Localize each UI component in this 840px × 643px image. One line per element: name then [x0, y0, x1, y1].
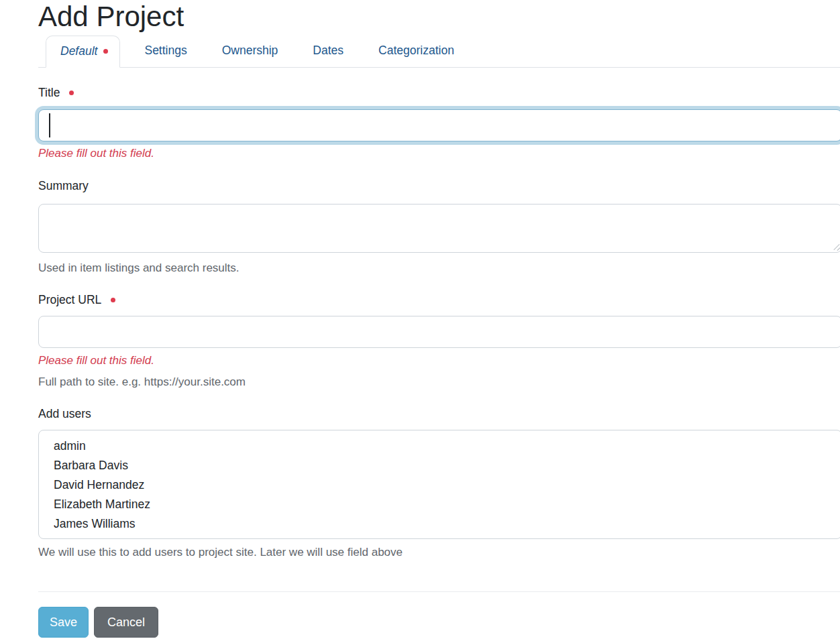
add-users-label: Add users	[38, 407, 91, 421]
project-url-input[interactable]	[38, 316, 840, 348]
cancel-button[interactable]: Cancel	[94, 607, 158, 638]
user-option[interactable]: Barbara Davis	[54, 456, 840, 475]
user-option[interactable]: David Hernandez	[54, 475, 840, 495]
users-label-row: Add users	[38, 407, 840, 421]
form-actions: Save Cancel	[38, 607, 840, 638]
resize-handle-icon[interactable]	[832, 243, 840, 251]
required-dot-icon	[69, 91, 74, 95]
text-caret	[49, 113, 50, 137]
user-option[interactable]: Elizabeth Martinez	[54, 495, 840, 514]
summary-textarea-wrap	[38, 204, 840, 253]
project-url-label: Project URL	[38, 293, 101, 307]
tab-default-label: Default	[60, 44, 97, 58]
tab-default[interactable]: Default	[46, 36, 120, 68]
required-dot-icon	[111, 298, 115, 302]
summary-help: Used in item listings and search results…	[38, 261, 840, 275]
summary-textarea[interactable]	[38, 204, 840, 253]
title-label-row: Title	[38, 86, 840, 100]
url-label-row: Project URL	[38, 293, 840, 307]
summary-label-row: Summary	[38, 179, 840, 193]
required-dot-icon	[103, 49, 108, 54]
save-button[interactable]: Save	[38, 607, 89, 638]
url-error: Please fill out this field.	[38, 354, 840, 367]
add-project-form: Add Project Default Settings Ownership D…	[38, 0, 840, 638]
url-help: Full path to site. e.g. https://your.sit…	[38, 375, 840, 389]
tab-ownership[interactable]: Ownership	[211, 36, 289, 67]
title-input-wrap	[38, 109, 840, 141]
form-divider	[38, 591, 840, 592]
page-title: Add Project	[38, 0, 840, 34]
title-error: Please fill out this field.	[38, 147, 840, 160]
add-users-listbox[interactable]: admin Barbara Davis David Hernandez Eliz…	[38, 430, 840, 539]
title-label: Title	[38, 86, 60, 100]
summary-label: Summary	[38, 179, 89, 193]
users-help: We will use this to add users to project…	[38, 546, 840, 559]
tab-categorization[interactable]: Categorization	[368, 36, 465, 67]
tab-dates[interactable]: Dates	[302, 36, 354, 67]
user-option[interactable]: admin	[54, 436, 840, 456]
title-input[interactable]	[38, 109, 840, 141]
user-option[interactable]: James Williams	[54, 514, 840, 534]
user-option[interactable]: John Smith	[54, 534, 840, 539]
tab-settings[interactable]: Settings	[134, 36, 197, 67]
form-tabs: Default Settings Ownership Dates Categor…	[38, 36, 840, 68]
url-input-wrap	[38, 316, 840, 348]
